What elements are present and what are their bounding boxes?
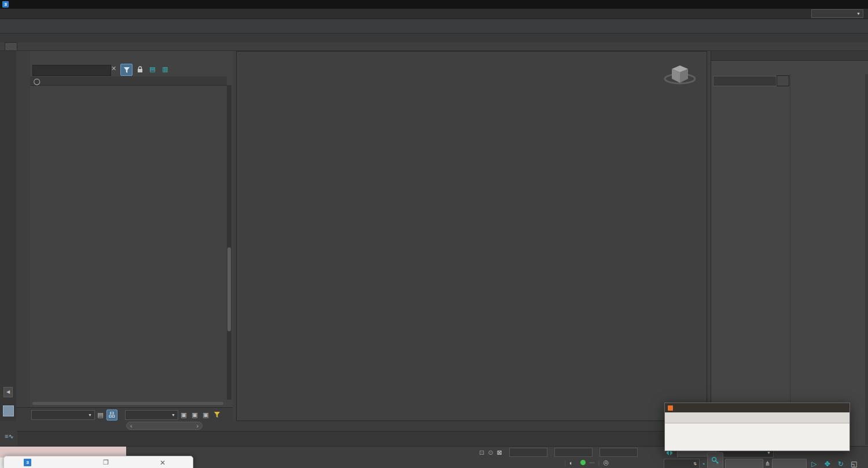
- new-set-icon[interactable]: ▣: [179, 410, 189, 420]
- explorer-footer: ▼ ▤ 品 ▼ ▣ ▣ ▣: [16, 407, 233, 422]
- title-bar: 3: [0, 0, 868, 9]
- ocam-window[interactable]: [664, 403, 850, 451]
- panel-scrollbar[interactable]: [865, 74, 868, 445]
- subtract-set-icon[interactable]: ▣: [201, 410, 211, 420]
- explorer-hscrollbar[interactable]: [32, 402, 223, 405]
- absolute-mode-icon[interactable]: ⊠: [496, 449, 502, 456]
- frame-indicator[interactable]: ‹ ›: [126, 422, 203, 430]
- popup-max-icon: 3: [24, 459, 31, 466]
- ocam-app-icon: [668, 405, 673, 411]
- view-cube[interactable]: [664, 60, 696, 87]
- panel-dock-icon[interactable]: [3, 405, 14, 416]
- explorer-vscrollbar[interactable]: [227, 85, 231, 400]
- scene-explorer: ✕ ▤ ▥ ◯: [30, 51, 233, 421]
- 3ds-max-window: 3 ▼ ◀ ✕: [0, 0, 868, 468]
- explorer-preset-combo[interactable]: ▼: [31, 410, 95, 420]
- current-frame-spinner[interactable]: ⇅: [664, 459, 700, 468]
- object-color-swatch[interactable]: [777, 75, 789, 86]
- perspective-viewport[interactable]: [236, 51, 707, 421]
- command-panel: [711, 51, 868, 446]
- clear-search-icon[interactable]: ✕: [111, 65, 116, 72]
- key-mode-icon[interactable]: ◔: [701, 460, 705, 467]
- add-marker-icon[interactable]: ◎: [603, 459, 609, 466]
- app-icon: 3: [2, 1, 9, 8]
- workspace-combo[interactable]: ▼: [811, 9, 863, 18]
- ribbon-tabs: [0, 34, 868, 42]
- selection-lock-icon[interactable]: ⊙: [488, 449, 493, 456]
- key-filter-char-icon[interactable]: ⋔: [765, 460, 770, 467]
- footer-filter-icon[interactable]: [212, 410, 222, 420]
- viewport-statistics: [245, 70, 275, 111]
- taskbar-thumbnail-popup[interactable]: 3 ❐ ✕: [3, 456, 193, 468]
- time-ruler[interactable]: [17, 431, 709, 447]
- ribbon-subrow: [0, 42, 868, 51]
- x-coordinate-field[interactable]: [509, 448, 547, 457]
- popup-close-icon[interactable]: ✕: [160, 459, 165, 467]
- y-coordinate-field[interactable]: [554, 448, 593, 457]
- zero-chip[interactable]: [589, 462, 595, 463]
- set-keypoint-button[interactable]: [725, 459, 763, 468]
- left-dock-strip: ◀: [0, 51, 16, 421]
- menu-bar: ▼: [0, 9, 868, 19]
- hierarchy-mode-icon[interactable]: 品: [106, 409, 117, 421]
- explorer-search-input[interactable]: [32, 65, 111, 76]
- key-filters-button[interactable]: [772, 459, 807, 468]
- explorer-column-header[interactable]: ◯: [30, 76, 227, 86]
- collapse-all-icon[interactable]: ▥: [160, 64, 171, 75]
- explorer-filter-column: [16, 51, 30, 421]
- maximize-viewport-icon[interactable]: ◱: [848, 459, 860, 468]
- isolate-selection-icon[interactable]: ⊡: [479, 449, 484, 456]
- z-coordinate-field[interactable]: [599, 448, 638, 457]
- mini-curve-toggle-icon[interactable]: ≡∿: [5, 433, 14, 440]
- lock-icon[interactable]: [134, 64, 145, 75]
- popup-restore-icon[interactable]: ❐: [103, 459, 109, 466]
- time-tag-icon[interactable]: ◐: [569, 459, 573, 466]
- tab-poly-modeling[interactable]: [5, 42, 17, 50]
- next-frame-icon[interactable]: ›: [197, 422, 199, 429]
- set-key-big-button[interactable]: [707, 452, 723, 468]
- selection-set-combo[interactable]: ▼: [125, 410, 178, 420]
- pan-icon[interactable]: ✥: [822, 459, 833, 468]
- main-toolbar: [0, 19, 868, 34]
- timeline: ‹ › ≡∿: [0, 421, 711, 446]
- add-to-set-icon[interactable]: ▣: [190, 410, 200, 420]
- collapse-arrow-button[interactable]: ◀: [3, 387, 13, 397]
- enable-green-dot: [580, 460, 586, 465]
- orbit-icon[interactable]: ↻: [835, 459, 847, 468]
- layers-icon[interactable]: ▤: [95, 410, 105, 420]
- expand-all-icon[interactable]: ▤: [147, 64, 158, 75]
- zoom-region-icon[interactable]: ▷: [808, 459, 820, 468]
- object-name-field[interactable]: [713, 76, 777, 86]
- ocam-title-bar[interactable]: [665, 403, 849, 412]
- filter-funnel-icon[interactable]: [120, 64, 133, 76]
- prev-frame-icon[interactable]: ‹: [130, 422, 133, 429]
- scene-tree: [30, 85, 226, 401]
